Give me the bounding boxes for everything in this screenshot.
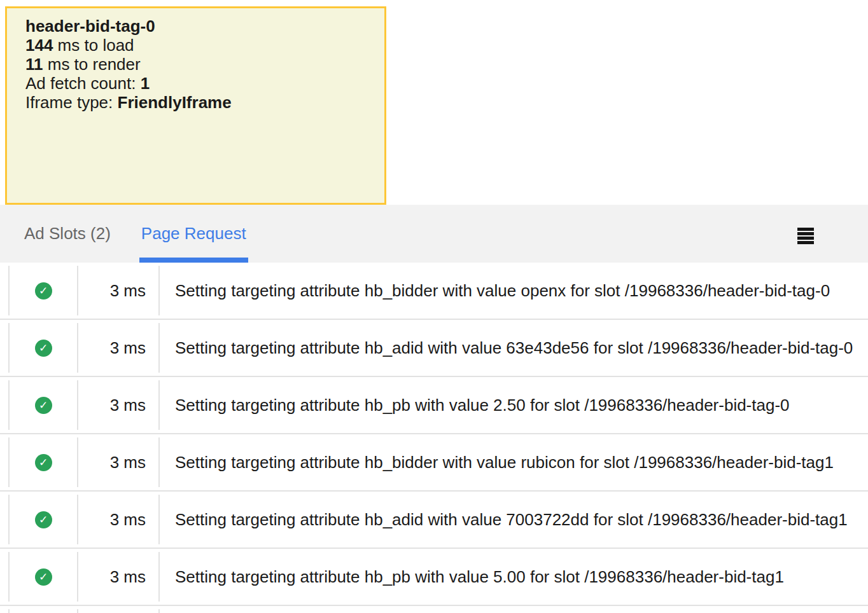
- iframe-type-label: Iframe type:: [25, 93, 118, 112]
- render-time-label: ms to render: [43, 55, 141, 74]
- row-message: Setting targeting attribute hb_pb with v…: [160, 380, 868, 430]
- fetch-count-line: Ad fetch count: 1: [25, 74, 372, 93]
- iframe-type-line: Iframe type: FriendlyIframe: [25, 93, 372, 112]
- status-cell: ✓: [8, 437, 78, 487]
- table-row: ✓ 3 ms Setting targeting attribute hb_ad…: [0, 320, 868, 377]
- row-time: 3 ms: [78, 552, 160, 602]
- list-icon-bar: [797, 237, 814, 240]
- success-check-icon: ✓: [35, 568, 52, 586]
- fetch-count-value: 1: [141, 74, 150, 93]
- table-row-partial: [0, 606, 868, 613]
- status-cell: ✓: [8, 495, 78, 544]
- table-row: ✓ 3 ms Setting targeting attribute hb_bi…: [0, 434, 868, 492]
- row-time: 3 ms: [78, 323, 160, 373]
- tab-ad-slots[interactable]: Ad Slots (2): [24, 205, 111, 263]
- table-row: ✓ 3 ms Setting targeting attribute hb_pb…: [0, 549, 868, 606]
- load-time-line: 144 ms to load: [25, 36, 372, 55]
- list-icon-bar: [797, 228, 814, 231]
- fetch-count-label: Ad fetch count:: [25, 74, 141, 93]
- render-time-line: 11 ms to render: [25, 55, 372, 74]
- tab-page-request[interactable]: Page Request: [141, 205, 246, 263]
- status-cell: [8, 609, 78, 613]
- page-request-log-table: ✓ 3 ms Setting targeting attribute hb_bi…: [0, 263, 868, 613]
- status-cell: ✓: [8, 380, 78, 430]
- table-row: ✓ 3 ms Setting targeting attribute hb_bi…: [0, 263, 868, 320]
- row-message: Setting targeting attribute hb_bidder wi…: [160, 437, 868, 487]
- row-time: 3 ms: [78, 266, 160, 315]
- row-message: [160, 609, 868, 613]
- slot-name: header-bid-tag-0: [25, 17, 372, 36]
- row-time: 3 ms: [78, 437, 160, 487]
- table-row: ✓ 3 ms Setting targeting attribute hb_ad…: [0, 492, 868, 549]
- success-check-icon: ✓: [35, 397, 52, 414]
- row-message: Setting targeting attribute hb_pb with v…: [160, 552, 868, 602]
- row-message: Setting targeting attribute hb_adid with…: [160, 323, 868, 373]
- list-icon-bar: [797, 241, 814, 244]
- list-icon-bar: [797, 232, 814, 235]
- row-time: 3 ms: [78, 380, 160, 430]
- success-check-icon: ✓: [35, 511, 52, 528]
- render-time-value: 11: [25, 55, 43, 74]
- slot-overlay-panel: header-bid-tag-0 144 ms to load 11 ms to…: [5, 6, 386, 205]
- iframe-type-value: FriendlyIframe: [118, 93, 232, 112]
- status-cell: ✓: [8, 552, 78, 602]
- row-message: Setting targeting attribute hb_bidder wi…: [160, 266, 868, 315]
- success-check-icon: ✓: [35, 282, 52, 300]
- success-check-icon: ✓: [35, 454, 52, 471]
- tab-bar: Ad Slots (2) Page Request: [0, 205, 868, 263]
- status-cell: ✓: [8, 323, 78, 373]
- load-time-label: ms to load: [53, 36, 134, 55]
- row-message: Setting targeting attribute hb_adid with…: [160, 495, 868, 544]
- list-menu-icon[interactable]: [797, 228, 814, 244]
- table-row: ✓ 3 ms Setting targeting attribute hb_pb…: [0, 377, 868, 434]
- status-cell: ✓: [8, 266, 78, 315]
- row-time: [78, 609, 160, 613]
- load-time-value: 144: [25, 36, 53, 55]
- success-check-icon: ✓: [35, 340, 52, 357]
- row-time: 3 ms: [78, 495, 160, 544]
